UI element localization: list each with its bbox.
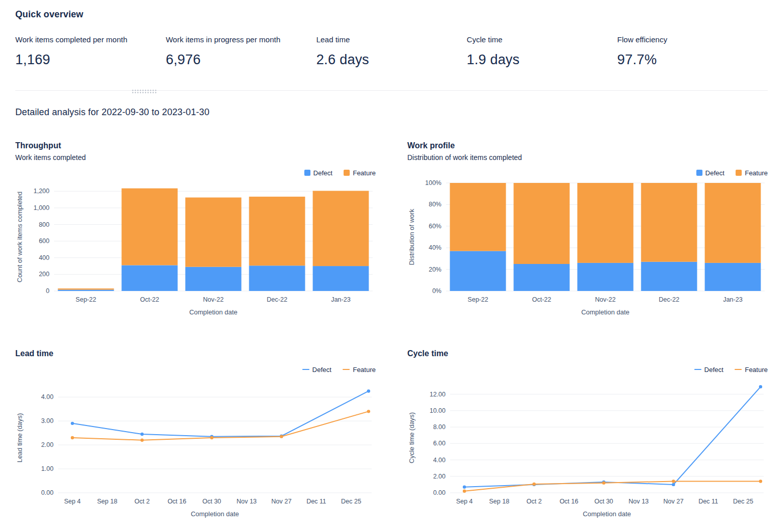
- defect-swatch-icon: [696, 170, 702, 176]
- svg-text:3.00: 3.00: [41, 417, 54, 424]
- svg-text:800: 800: [39, 221, 49, 228]
- svg-text:Dec 25: Dec 25: [341, 498, 361, 505]
- kpi-flow-efficiency: Flow efficiency 97.7%: [617, 35, 768, 68]
- throughput-canvas: 02004006008001,0001,200Sep-22Oct-22Nov-2…: [15, 180, 376, 321]
- kpi-row: Work items completed per month 1,169 Wor…: [15, 35, 768, 68]
- svg-text:Sep-22: Sep-22: [467, 296, 488, 303]
- svg-text:80%: 80%: [429, 201, 441, 208]
- svg-text:Oct 16: Oct 16: [560, 498, 579, 505]
- svg-text:Completion date: Completion date: [583, 510, 631, 518]
- svg-text:12.00: 12.00: [430, 391, 446, 398]
- charts-grid: Throughput Work items completed Defect F…: [15, 141, 768, 522]
- chart-title: Work profile: [407, 141, 768, 150]
- svg-text:Lead time (days): Lead time (days): [16, 413, 23, 463]
- legend-label: Feature: [353, 169, 376, 177]
- svg-text:0.00: 0.00: [433, 489, 446, 496]
- chart-title: Lead time: [15, 349, 376, 358]
- kpi-completed-per-month: Work items completed per month 1,169: [15, 35, 166, 68]
- svg-text:10.00: 10.00: [430, 407, 446, 414]
- kpi-label: Cycle time: [467, 35, 617, 44]
- feature-swatch-icon: [736, 170, 742, 176]
- svg-text:Oct-22: Oct-22: [532, 296, 552, 303]
- svg-text:40%: 40%: [429, 244, 441, 251]
- legend-item-feature[interactable]: Feature: [736, 169, 768, 177]
- chart-legend: Defect Feature: [407, 365, 768, 374]
- defect-swatch-icon: [304, 170, 310, 176]
- chart-legend: Defect Feature: [15, 168, 376, 177]
- dashboard-page: Quick overview Work items completed per …: [0, 0, 783, 522]
- svg-text:Sep-22: Sep-22: [75, 296, 96, 303]
- svg-text:Sep 18: Sep 18: [489, 498, 510, 505]
- kpi-label: Work items in progress per month: [166, 35, 316, 44]
- svg-text:Dec 11: Dec 11: [698, 498, 718, 505]
- svg-text:Dec 25: Dec 25: [733, 498, 753, 505]
- svg-text:Nov 27: Nov 27: [271, 498, 292, 505]
- kpi-label: Flow efficiency: [617, 35, 768, 44]
- quick-overview-title: Quick overview: [15, 9, 768, 20]
- svg-text:8.00: 8.00: [433, 423, 446, 431]
- svg-text:2.00: 2.00: [41, 441, 54, 448]
- chart-panel-work-profile: Work profile Distribution of work items …: [407, 141, 768, 321]
- svg-text:400: 400: [39, 254, 49, 261]
- svg-text:Count of work items completed: Count of work items completed: [16, 192, 23, 282]
- lead-time-chart: 0.001.002.003.004.00Sep 4Sep 18Oct 2Oct …: [15, 377, 376, 522]
- svg-text:20%: 20%: [429, 266, 441, 273]
- section-divider: [15, 90, 768, 91]
- svg-text:Completion date: Completion date: [189, 308, 238, 316]
- legend-item-feature[interactable]: Feature: [344, 169, 376, 177]
- svg-text:6.00: 6.00: [433, 440, 446, 447]
- svg-text:Oct 2: Oct 2: [527, 498, 542, 505]
- chart-panel-cycle-time: Cycle time Defect Feature 0.002.004.006.…: [407, 349, 768, 522]
- svg-text:Sep 18: Sep 18: [97, 498, 118, 505]
- svg-text:1,200: 1,200: [34, 188, 49, 195]
- work-profile-canvas: 0%20%40%60%80%100%Sep-22Oct-22Nov-22Dec-…: [407, 180, 768, 321]
- svg-text:0.00: 0.00: [41, 489, 54, 496]
- feature-swatch-icon: [344, 170, 350, 176]
- chart-panel-throughput: Throughput Work items completed Defect F…: [15, 141, 376, 321]
- svg-text:200: 200: [39, 271, 49, 278]
- legend-label: Feature: [745, 366, 768, 374]
- svg-text:Dec 11: Dec 11: [306, 498, 326, 505]
- svg-text:1,000: 1,000: [34, 204, 49, 211]
- chart-subtitle: Work items completed: [15, 153, 376, 162]
- detailed-analysis-title: Detailed analysis for 2022-09-30 to 2023…: [15, 107, 768, 118]
- svg-text:60%: 60%: [429, 223, 441, 230]
- svg-text:Dec-22: Dec-22: [267, 296, 287, 303]
- svg-text:0%: 0%: [432, 287, 441, 295]
- legend-label: Defect: [706, 169, 725, 177]
- chart-legend: Defect Feature: [407, 168, 768, 177]
- legend-item-defect[interactable]: Defect: [694, 366, 724, 374]
- kpi-value: 97.7%: [617, 52, 768, 68]
- svg-text:Oct 16: Oct 16: [168, 498, 187, 505]
- svg-text:4.00: 4.00: [433, 457, 446, 464]
- defect-line-swatch-icon: [694, 369, 701, 370]
- svg-text:Distribution of work: Distribution of work: [408, 208, 415, 265]
- svg-text:Nov 27: Nov 27: [663, 498, 684, 505]
- panel-resize-handle-icon[interactable]: [132, 89, 157, 94]
- kpi-label: Work items completed per month: [15, 35, 166, 44]
- kpi-value: 2.6 days: [316, 52, 466, 68]
- svg-text:Oct 30: Oct 30: [202, 498, 221, 505]
- svg-text:Oct-22: Oct-22: [140, 296, 160, 303]
- svg-text:0: 0: [46, 287, 49, 295]
- svg-text:Oct 2: Oct 2: [135, 498, 150, 505]
- legend-item-defect[interactable]: Defect: [302, 366, 332, 374]
- legend-item-defect[interactable]: Defect: [304, 169, 333, 177]
- kpi-lead-time: Lead time 2.6 days: [316, 35, 466, 68]
- svg-text:100%: 100%: [425, 180, 441, 187]
- svg-text:Completion date: Completion date: [581, 308, 630, 316]
- svg-text:Jan-23: Jan-23: [331, 296, 350, 303]
- svg-text:Nov 13: Nov 13: [237, 498, 257, 505]
- chart-legend: Defect Feature: [15, 365, 376, 374]
- legend-label: Defect: [314, 169, 333, 177]
- legend-label: Feature: [353, 366, 376, 374]
- legend-item-feature[interactable]: Feature: [735, 366, 768, 374]
- kpi-cycle-time: Cycle time 1.9 days: [467, 35, 617, 68]
- chart-subtitle: Distribution of work items completed: [407, 153, 768, 162]
- svg-text:4.00: 4.00: [41, 393, 54, 401]
- legend-item-defect[interactable]: Defect: [696, 169, 725, 177]
- throughput-chart: 02004006008001,0001,200Sep-22Oct-22Nov-2…: [15, 180, 376, 321]
- legend-item-feature[interactable]: Feature: [343, 366, 376, 374]
- svg-text:Sep 4: Sep 4: [456, 498, 473, 505]
- kpi-value: 1.9 days: [467, 52, 617, 68]
